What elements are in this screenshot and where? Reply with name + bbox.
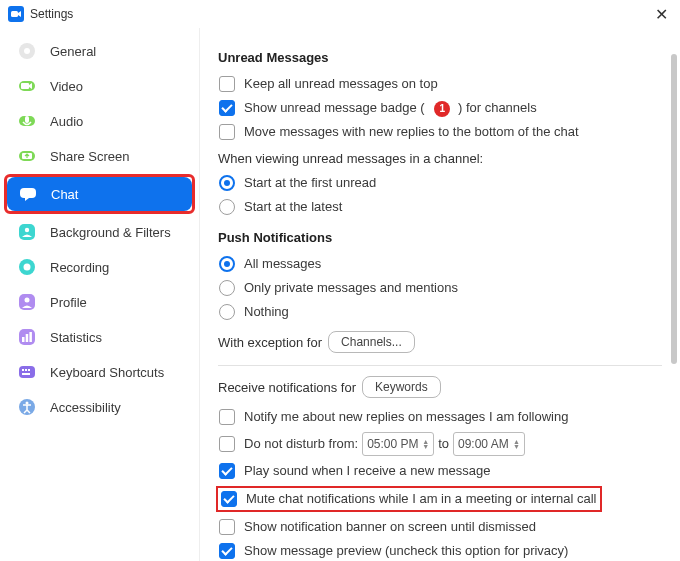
sidebar-item-video[interactable]: Video — [6, 69, 193, 103]
spinner-icon[interactable]: ▲▼ — [513, 439, 520, 449]
svg-rect-24 — [28, 369, 30, 371]
svg-rect-19 — [26, 334, 29, 342]
option-label: Notify me about new replies on messages … — [244, 408, 568, 426]
divider — [218, 365, 662, 366]
sidebar-item-recording[interactable]: Recording — [6, 250, 193, 284]
unread-badge-icon: 1 — [434, 101, 450, 117]
dnd-label: Do not disturb from: — [244, 435, 358, 453]
video-icon — [16, 75, 38, 97]
option-show-banner[interactable]: Show notification banner on screen until… — [218, 518, 662, 536]
sidebar-label: Statistics — [50, 330, 102, 345]
receive-row: Receive notifications for Keywords — [218, 376, 662, 398]
spinner-icon[interactable]: ▲▼ — [422, 439, 429, 449]
svg-rect-22 — [22, 369, 24, 371]
option-label: Start at the first unread — [244, 174, 376, 192]
scroll-thumb[interactable] — [671, 54, 677, 364]
option-show-unread-badge[interactable]: Show unread message badge ( 1 ) for chan… — [218, 99, 662, 117]
svg-rect-21 — [19, 366, 35, 378]
close-icon[interactable]: ✕ — [651, 5, 672, 24]
radio-push-all[interactable]: All messages — [218, 255, 662, 273]
keyboard-icon — [16, 361, 38, 383]
sidebar-item-general[interactable]: General — [6, 34, 193, 68]
radio-push-nothing[interactable]: Nothing — [218, 303, 662, 321]
gear-icon — [16, 40, 38, 62]
section-unread-messages: Unread Messages — [218, 50, 662, 65]
profile-icon — [16, 291, 38, 313]
option-notify-following[interactable]: Notify me about new replies on messages … — [218, 408, 662, 426]
svg-point-16 — [25, 298, 30, 303]
option-label: Show unread message badge ( 1 ) for chan… — [244, 99, 537, 117]
option-play-sound[interactable]: Play sound when I receive a new message — [218, 462, 662, 480]
radio-start-first-unread[interactable]: Start at the first unread — [218, 174, 662, 192]
svg-rect-1 — [11, 11, 18, 17]
svg-point-12 — [25, 228, 29, 232]
titlebar: Settings ✕ — [0, 0, 680, 28]
checkbox[interactable] — [219, 519, 235, 535]
accessibility-icon — [16, 396, 38, 418]
option-label: Mute chat notifications while I am in a … — [246, 490, 596, 508]
svg-rect-18 — [22, 337, 25, 342]
statistics-icon — [16, 326, 38, 348]
channels-button[interactable]: Channels... — [328, 331, 415, 353]
option-label: Keep all unread messages on top — [244, 75, 438, 93]
chat-icon — [17, 183, 39, 205]
checkbox[interactable] — [219, 436, 235, 452]
dnd-to-input[interactable]: 09:00 AM▲▼ — [453, 432, 525, 456]
option-keep-unread-top[interactable]: Keep all unread messages on top — [218, 75, 662, 93]
radio[interactable] — [219, 304, 235, 320]
mute-highlight-box: Mute chat notifications while I am in a … — [216, 486, 602, 512]
radio-push-private[interactable]: Only private messages and mentions — [218, 279, 662, 297]
chat-highlight-box: Chat — [4, 174, 195, 214]
background-icon — [16, 221, 38, 243]
recording-icon — [16, 256, 38, 278]
option-label: Move messages with new replies to the bo… — [244, 123, 579, 141]
radio[interactable] — [219, 175, 235, 191]
sidebar-item-statistics[interactable]: Statistics — [6, 320, 193, 354]
sidebar-item-keyboard[interactable]: Keyboard Shortcuts — [6, 355, 193, 389]
radio-start-latest[interactable]: Start at the latest — [218, 198, 662, 216]
sidebar-item-share-screen[interactable]: Share Screen — [6, 139, 193, 173]
window-title: Settings — [30, 7, 651, 21]
sidebar-label: Accessibility — [50, 400, 121, 415]
checkbox[interactable] — [219, 409, 235, 425]
option-label: Nothing — [244, 303, 289, 321]
checkbox[interactable] — [219, 100, 235, 116]
sidebar-item-profile[interactable]: Profile — [6, 285, 193, 319]
option-move-replies-bottom[interactable]: Move messages with new replies to the bo… — [218, 123, 662, 141]
sidebar-label: Recording — [50, 260, 109, 275]
checkbox[interactable] — [219, 543, 235, 559]
audio-icon — [16, 110, 38, 132]
checkbox[interactable] — [221, 491, 237, 507]
sidebar-label: Background & Filters — [50, 225, 171, 240]
sidebar-item-audio[interactable]: Audio — [6, 104, 193, 138]
exception-label: With exception for — [218, 335, 322, 350]
svg-point-14 — [24, 264, 31, 271]
unread-viewing-label: When viewing unread messages in a channe… — [218, 151, 662, 166]
option-dnd[interactable]: Do not disturb from: 05:00 PM▲▼ to 09:00… — [218, 432, 662, 456]
checkbox[interactable] — [219, 463, 235, 479]
option-label: Start at the latest — [244, 198, 342, 216]
keywords-button[interactable]: Keywords — [362, 376, 441, 398]
sidebar-label: Profile — [50, 295, 87, 310]
svg-rect-5 — [21, 83, 29, 89]
dnd-from-input[interactable]: 05:00 PM▲▼ — [362, 432, 434, 456]
option-label: All messages — [244, 255, 321, 273]
option-show-preview[interactable]: Show message preview (uncheck this optio… — [218, 542, 662, 560]
svg-rect-10 — [20, 188, 36, 198]
radio[interactable] — [219, 280, 235, 296]
scrollbar[interactable] — [670, 34, 678, 555]
svg-point-3 — [24, 48, 30, 54]
settings-content: Unread Messages Keep all unread messages… — [200, 28, 680, 561]
checkbox[interactable] — [219, 124, 235, 140]
radio[interactable] — [219, 256, 235, 272]
sidebar-label: Video — [50, 79, 83, 94]
dnd-to-label: to — [438, 435, 449, 453]
checkbox[interactable] — [219, 76, 235, 92]
sidebar-item-background[interactable]: Background & Filters — [6, 215, 193, 249]
sidebar-item-accessibility[interactable]: Accessibility — [6, 390, 193, 424]
option-label: Show message preview (uncheck this optio… — [244, 542, 568, 560]
option-label: Only private messages and mentions — [244, 279, 458, 297]
svg-rect-23 — [25, 369, 27, 371]
radio[interactable] — [219, 199, 235, 215]
sidebar-item-chat[interactable]: Chat — [7, 177, 192, 211]
